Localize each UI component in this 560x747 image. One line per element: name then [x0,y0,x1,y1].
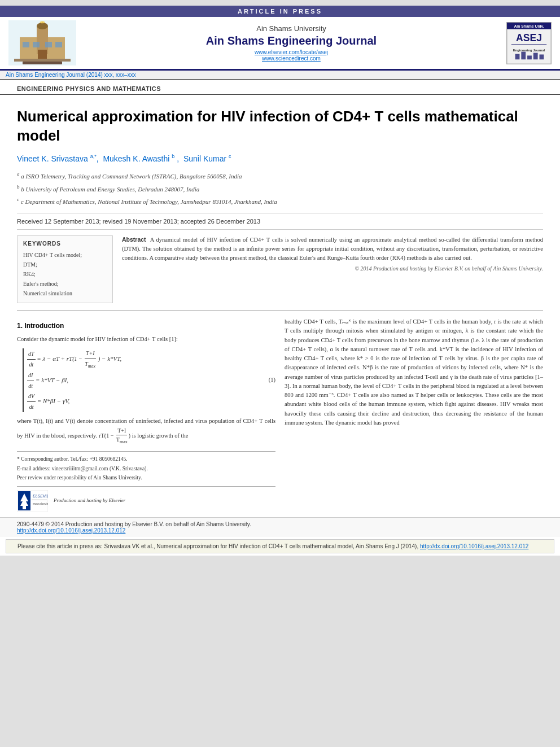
affiliation-a: a a ISRO Telemetry, Tracking and Command… [17,169,543,182]
svg-text:ELSEVIER: ELSEVIER [33,494,48,498]
equation-brace-system: dTdt = λ − αT + rT(1 − T+ITmax ) − k*VT,… [23,348,121,412]
citation-bar: Please cite this article in press as: Sr… [6,539,554,553]
svg-rect-21 [533,53,538,59]
body-two-col: 1. Introduction Consider the dynamic mod… [17,317,543,512]
equation-1-block: dTdt = λ − αT + rT(1 − T+ITmax ) − k*VT,… [17,348,275,412]
journal-link-line: Ain Shams Engineering Journal (2014) xxx… [0,71,560,79]
where-text: where T(t), I(t) and V(t) denote concent… [17,417,275,445]
keywords-title: KEYWORDS [23,241,107,247]
section-label: ENGINEERING PHYSICS AND MATHEMATICS [0,79,560,95]
fn-star: * Corresponding author. Tel./fax: +91 80… [17,455,275,463]
university-name: Ain Shams University [85,24,498,33]
svg-rect-8 [38,50,47,60]
page: ARTICLE IN PRESS [0,6,560,556]
right-col-para: healthy CD4+ T cells, Tₘₐˣ is the maximu… [285,317,543,427]
keywords-abstract-area: KEYWORDS HIV CD4+ T cells model; DTM; RK… [17,235,543,303]
bottom-issn: 2090-4479 © 2014 Production and hosting … [17,521,543,527]
website1-link[interactable]: www.elsevier.com/locate/asej [85,49,498,55]
website2-link[interactable]: www.sciencedirect.com [85,55,498,62]
footnote-area: * Corresponding author. Tel./fax: +91 80… [17,451,275,482]
svg-rect-5 [33,42,40,47]
keywords-box: KEYWORDS HIV CD4+ T cells model; DTM; RK… [17,235,113,303]
citation-text: Please cite this article in press as: Sr… [18,543,418,549]
copyright-line: © 2014 Production and hosting by Elsevie… [122,262,543,272]
affiliation-c: c c Department of Mathematics, National … [17,195,543,207]
abstract-label: Abstract [122,236,146,243]
svg-rect-9 [14,59,71,62]
main-content: Numerical approximation for HIV infectio… [0,95,560,517]
eq-line-2: dIdt = k*VT − βI, [27,370,121,391]
authors-line: Vineet K. Srivastava a,*, Mukesh K. Awas… [17,151,543,165]
article-in-press-banner: ARTICLE IN PRESS [0,6,560,17]
svg-rect-22 [540,54,544,59]
equation-1-content: dTdt = λ − αT + rT(1 − T+ITmax ) − k*VT,… [17,348,259,412]
kw-1: DTM; [23,260,107,269]
article-title: Numerical approximation for HIV infectio… [17,101,543,151]
svg-rect-10 [23,62,62,64]
eq-line-3: dVdt = N*βI − γV, [27,391,121,412]
body-col-left: 1. Introduction Consider the dynamic mod… [17,317,275,512]
header-area: Ain Shams University Ain Shams Engineeri… [0,17,560,71]
asej-logo: Ain Shams Univ. ASEJ Engineering Journal [506,22,552,64]
eq-line-1: dTdt = λ − αT + rT(1 − T+ITmax ) − k*VT, [27,348,121,370]
elsevier-footer: ELSEVIER www.elsevier.com Production and… [17,486,275,512]
elsevier-production-text: Production and hosting by Elsevier [54,497,125,505]
bottom-bar: 2090-4479 © 2014 Production and hosting … [0,517,560,537]
kw-4: Numerical simulation [23,289,107,298]
svg-rect-19 [521,51,526,59]
affiliations: a a ISRO Telemetry, Tracking and Command… [17,165,543,209]
body-col-right: healthy CD4+ T cells, Tₘₐˣ is the maximu… [285,317,543,512]
dates-line: Received 12 September 2013; revised 19 N… [17,213,543,230]
svg-rect-4 [23,42,29,47]
abstract-body: A dynamical model of HIV infection of CD… [122,237,543,261]
svg-text:ASEJ: ASEJ [516,32,542,43]
journal-links: www.elsevier.com/locate/asej www.science… [85,49,498,62]
svg-rect-20 [527,55,532,59]
svg-text:Ain Shams Univ.: Ain Shams Univ. [514,24,544,28]
header-center: Ain Shams University Ain Shams Engineeri… [85,20,498,65]
svg-rect-27 [23,506,26,509]
svg-rect-6 [45,42,52,47]
journal-link-text: Ain Shams Engineering Journal (2014) xxx… [6,72,136,78]
journal-name: Ain Shams Engineering Journal [85,34,498,47]
svg-rect-18 [515,54,520,59]
svg-text:www.elsevier.com: www.elsevier.com [33,502,48,505]
fn-email: E-mail address: vineetsriiiitm@gmail.com… [17,465,275,473]
university-logo-left [6,20,79,65]
equation-number: (1) [259,375,275,385]
banner-text: ARTICLE IN PRESS [238,8,322,15]
header-logo-right: Ain Shams Univ. ASEJ Engineering Journal [504,20,554,65]
intro-heading: 1. Introduction [17,321,275,331]
abstract-text: Abstract A dynamical model of HIV infect… [122,235,543,262]
section-divider [17,310,543,311]
fn-peer: Peer review under responsibility of Ain … [17,474,275,482]
affiliation-b: b b University of Petroleum and Energy S… [17,182,543,195]
abstract-col: Abstract A dynamical model of HIV infect… [122,235,543,303]
kw-0: HIV CD4+ T cells model; [23,250,107,260]
university-logo-svg [8,20,76,65]
kw-3: Euler's method; [23,279,107,289]
bottom-doi: http://dx.doi.org/10.1016/j.asej.2013.12… [17,527,543,534]
elsevier-logo: ELSEVIER www.elsevier.com [17,490,48,512]
kw-2: RK4; [23,269,107,279]
citation-doi-link[interactable]: http://dx.doi.org/10.1016/j.asej.2013.12… [420,543,528,549]
intro-p1: Consider the dynamic model for HIV infec… [17,335,275,344]
svg-text:Engineering Journal: Engineering Journal [513,48,545,51]
svg-rect-7 [55,42,62,47]
